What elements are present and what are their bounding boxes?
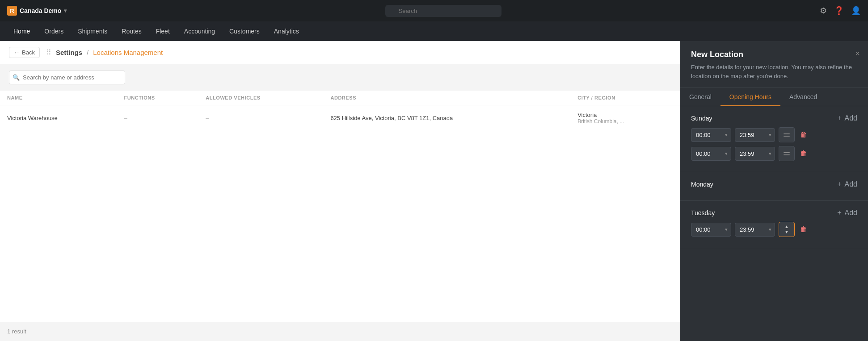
panel-tabs: General Opening Hours Advanced [680,88,868,106]
col-city-region: CITY / REGION [570,91,680,105]
company-name: Canada Demo [20,7,61,14]
sunday-end-2[interactable]: 23:59 [735,147,775,161]
sunday-start-2-wrap: 00:00 ▾ [691,147,731,161]
nav-orders[interactable]: Orders [38,24,70,38]
location-search-icon: 🔍 [13,74,20,81]
grid-icon: ⠿ [46,48,51,57]
sunday-delete-2-button[interactable]: 🗑 [798,148,809,159]
row-name: Victoria Warehouse [0,105,117,131]
nav-analytics[interactable]: Analytics [268,24,305,38]
locations-table-container: NAME FUNCTIONS ALLOWED VEHICLES ADDRESS … [0,91,680,322]
row-allowed-vehicles: – [198,105,323,131]
navbar: Home Orders Shipments Routes Fleet Accou… [0,21,868,41]
sunday-time-row-2: 00:00 ▾ 23:59 ▾ 🗑 [691,146,857,161]
sunday-copy-1-button[interactable] [779,127,795,142]
sunday-start-1-wrap: 00:00 ▾ [691,128,731,142]
row-functions: – [117,105,199,131]
up-arrow-icon: ▲ [784,225,789,229]
right-panel: New Location Enter the details for your … [680,41,868,341]
breadcrumb-separator: / [87,49,88,56]
add-label: Add [845,180,857,188]
logo-icon: R [7,6,17,16]
panel-header: New Location Enter the details for your … [680,41,868,88]
plus-icon: ＋ [836,179,843,189]
sunday-end-1[interactable]: 23:59 [735,128,775,142]
result-count: 1 result [0,322,680,341]
day-tuesday: Tuesday ＋ Add 00:00 ▾ [680,201,868,248]
plus-icon: ＋ [836,208,843,217]
tuesday-start-1-wrap: 00:00 ▾ [691,223,731,237]
tuesday-add-button[interactable]: ＋ Add [836,208,857,217]
tab-general[interactable]: General [680,88,721,106]
nav-routes[interactable]: Routes [115,24,147,38]
search-area: 🔍 [74,5,813,17]
sunday-start-1[interactable]: 00:00 [691,128,731,142]
day-sunday: Sunday ＋ Add 00:00 ▾ [680,106,868,172]
breadcrumb-settings: Settings [56,49,82,56]
help-icon[interactable]: ❓ [834,6,844,16]
panel-description: Enter the details for your new location.… [691,63,857,80]
sunday-end-2-wrap: 23:59 ▾ [735,147,775,161]
tab-opening-hours[interactable]: Opening Hours [721,88,780,106]
panel-content: Sunday ＋ Add 00:00 ▾ [680,106,868,341]
sunday-copy-2-button[interactable] [779,146,795,161]
nav-fleet[interactable]: Fleet [150,24,176,38]
topbar-actions: ⚙ ❓ 👤 [820,6,861,16]
col-name: NAME [0,91,117,105]
app-logo[interactable]: R Canada Demo ▾ [7,6,67,16]
nav-customers[interactable]: Customers [223,24,266,38]
sunday-end-1-wrap: 23:59 ▾ [735,128,775,142]
sunday-label: Sunday [691,115,712,122]
tuesday-label: Tuesday [691,209,715,216]
back-label: Back [22,49,35,56]
breadcrumb-area: ← Back ⠿ Settings / Locations Management [0,41,680,64]
plus-icon: ＋ [836,113,843,123]
col-functions: FUNCTIONS [117,91,199,105]
nav-accounting[interactable]: Accounting [178,24,221,38]
tuesday-delete-1-button[interactable]: 🗑 [798,224,809,235]
col-address: ADDRESS [323,91,570,105]
row-city-region: Victoria British Columbia, ... [570,105,680,131]
nav-shipments[interactable]: Shipments [72,24,114,38]
locations-table: NAME FUNCTIONS ALLOWED VEHICLES ADDRESS … [0,91,680,131]
row-address: 625 Hillside Ave, Victoria, BC V8T 1Z1, … [323,105,570,131]
day-monday: Monday ＋ Add [680,172,868,201]
back-button[interactable]: ← Back [9,47,40,58]
topbar: R Canada Demo ▾ 🔍 ⚙ ❓ 👤 [0,0,868,21]
settings-icon[interactable]: ⚙ [820,6,827,16]
tuesday-start-1[interactable]: 00:00 [691,223,731,237]
add-label: Add [845,209,857,217]
tuesday-spinner-1-button[interactable]: ▲ ▼ [779,222,795,237]
monday-label: Monday [691,181,713,188]
sunday-add-button[interactable]: ＋ Add [836,113,857,123]
sunday-start-2[interactable]: 00:00 [691,147,731,161]
panel-close-button[interactable]: × [855,49,860,58]
location-search-row: 🔍 [0,64,680,91]
tuesday-time-row-1: 00:00 ▾ 23:59 ▾ ▲ ▼ 🗑 [691,222,857,237]
col-allowed-vehicles: ALLOWED VEHICLES [198,91,323,105]
monday-add-button[interactable]: ＋ Add [836,179,857,189]
left-panel: ← Back ⠿ Settings / Locations Management… [0,41,680,341]
tuesday-end-1[interactable]: 23:59 [735,223,775,237]
user-icon[interactable]: 👤 [851,6,861,16]
sunday-delete-1-button[interactable]: 🗑 [798,129,809,141]
table-row[interactable]: Victoria Warehouse – – 625 Hillside Ave,… [0,105,680,131]
tab-advanced[interactable]: Advanced [780,88,826,106]
down-arrow-icon: ▼ [784,230,789,234]
breadcrumb-current: Locations Management [93,49,163,56]
location-search-input[interactable] [9,71,125,84]
sunday-time-row-1: 00:00 ▾ 23:59 ▾ 🗑 [691,127,857,142]
tuesday-end-1-wrap: 23:59 ▾ [735,223,775,237]
global-search-input[interactable] [385,5,501,17]
main-layout: ← Back ⠿ Settings / Locations Management… [0,41,868,341]
company-chevron-icon: ▾ [64,8,67,14]
nav-home[interactable]: Home [7,24,36,38]
back-arrow-icon: ← [14,49,20,56]
add-label: Add [845,114,857,122]
panel-title: New Location [691,50,857,59]
